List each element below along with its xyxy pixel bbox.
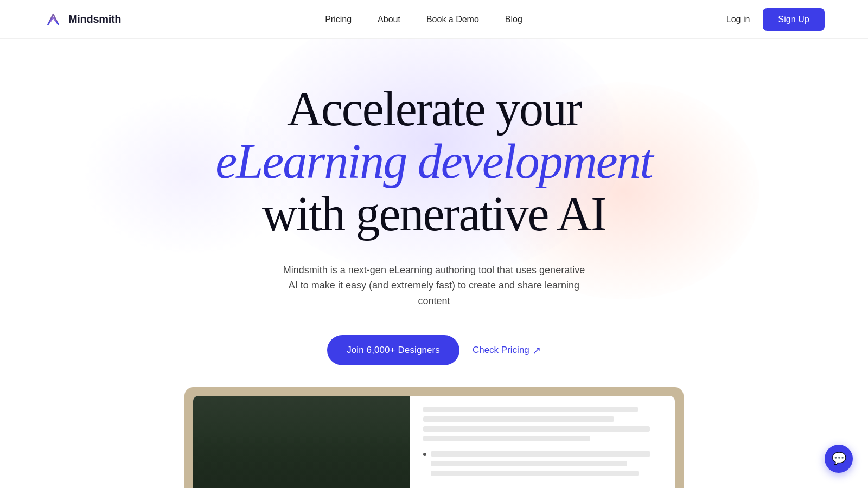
hero-title-line2: eLearning development — [215, 135, 652, 188]
nav-pricing[interactable]: Pricing — [325, 15, 352, 24]
product-text-line-3 — [423, 426, 650, 432]
nav-blog[interactable]: Blog — [505, 15, 522, 24]
nav-links: Pricing About Book a Demo Blog — [325, 15, 522, 24]
logo-icon — [43, 10, 63, 29]
check-pricing-button[interactable]: Check Pricing ↗ — [473, 344, 541, 356]
logo-text: Mindsmith — [68, 13, 121, 25]
hero-title-line1: Accelerate your — [287, 82, 581, 136]
navbar: Mindsmith Pricing About Book a Demo Blog… — [0, 0, 868, 39]
product-showcase — [184, 387, 684, 488]
bullet-line-1c — [431, 471, 639, 476]
arrow-icon: ↗ — [533, 344, 541, 356]
hero-title: Accelerate your eLearning development wi… — [215, 82, 652, 241]
hero-section: Accelerate your eLearning development wi… — [0, 39, 868, 488]
hero-subtitle: Mindsmith is a next-gen eLearning author… — [282, 262, 586, 309]
chat-icon: 💬 — [832, 452, 846, 466]
product-text-line-4 — [423, 436, 590, 441]
login-link[interactable]: Log in — [726, 15, 750, 24]
bullet-lines-1 — [431, 451, 662, 480]
nav-about[interactable]: About — [378, 15, 400, 24]
product-image-panel — [193, 396, 410, 488]
product-inner — [193, 396, 675, 488]
chat-button[interactable]: 💬 — [825, 445, 853, 473]
logo-link[interactable]: Mindsmith — [43, 10, 121, 29]
nav-book-demo[interactable]: Book a Demo — [426, 15, 479, 24]
product-image-overlay — [193, 433, 410, 488]
join-button[interactable]: Join 6,000+ Designers — [327, 335, 459, 365]
hero-title-line3: with generative AI — [262, 187, 606, 241]
check-pricing-label: Check Pricing — [473, 345, 529, 356]
bullet-dot-1 — [423, 453, 426, 456]
bullet-line-1b — [431, 461, 627, 466]
product-text-line-2 — [423, 416, 614, 422]
nav-actions: Log in Sign Up — [726, 8, 825, 31]
signup-button[interactable]: Sign Up — [763, 8, 825, 31]
product-bullet-1 — [423, 451, 662, 480]
product-text-panel — [410, 396, 675, 488]
bullet-line-1a — [431, 451, 650, 457]
hero-content: Accelerate your eLearning development wi… — [215, 82, 652, 365]
product-text-line-1 — [423, 407, 638, 412]
hero-cta: Join 6,000+ Designers Check Pricing ↗ — [215, 335, 652, 365]
